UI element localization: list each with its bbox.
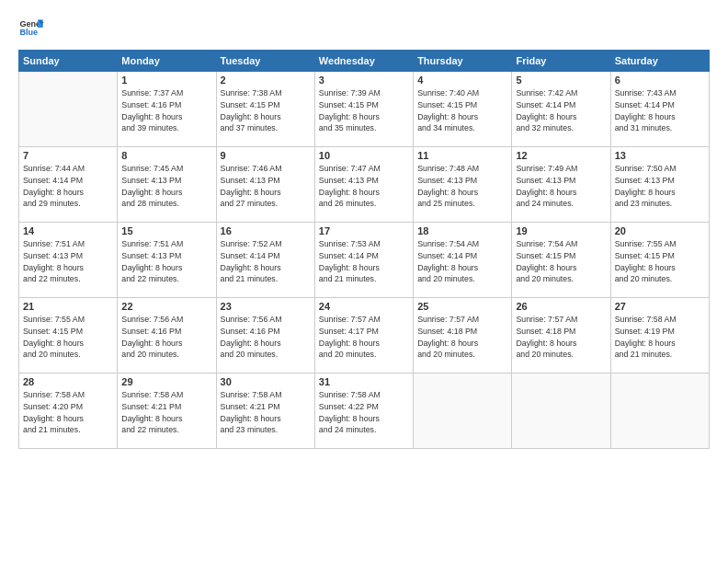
calendar-cell: 17Sunrise: 7:53 AMSunset: 4:14 PMDayligh… <box>314 223 413 298</box>
day-info: Sunrise: 7:49 AMSunset: 4:13 PMDaylight:… <box>516 163 606 210</box>
day-number: 26 <box>516 301 606 312</box>
calendar-week-row: 7Sunrise: 7:44 AMSunset: 4:14 PMDaylight… <box>19 147 710 223</box>
day-info: Sunrise: 7:58 AMSunset: 4:19 PMDaylight:… <box>615 314 705 361</box>
day-number: 22 <box>121 301 211 312</box>
column-header-wednesday: Wednesday <box>314 51 413 72</box>
day-number: 1 <box>121 75 211 86</box>
day-number: 4 <box>417 75 507 86</box>
calendar-cell: 7Sunrise: 7:44 AMSunset: 4:14 PMDaylight… <box>19 147 118 223</box>
header: General Blue <box>18 15 710 40</box>
day-number: 27 <box>615 301 705 312</box>
calendar-cell: 3Sunrise: 7:39 AMSunset: 4:15 PMDaylight… <box>314 72 413 147</box>
day-info: Sunrise: 7:51 AMSunset: 4:13 PMDaylight:… <box>23 238 113 285</box>
day-number: 9 <box>221 150 311 161</box>
day-number: 25 <box>417 301 507 312</box>
calendar-cell: 31Sunrise: 7:58 AMSunset: 4:22 PMDayligh… <box>314 373 413 449</box>
calendar-cell: 25Sunrise: 7:57 AMSunset: 4:18 PMDayligh… <box>414 298 512 373</box>
page: General Blue SundayMondayTuesdayWednesda… <box>0 0 728 563</box>
day-number: 15 <box>121 225 211 236</box>
day-info: Sunrise: 7:57 AMSunset: 4:17 PMDaylight:… <box>319 314 409 361</box>
calendar-cell <box>512 373 610 449</box>
day-info: Sunrise: 7:37 AMSunset: 4:16 PMDaylight:… <box>121 87 211 134</box>
column-header-thursday: Thursday <box>414 51 512 72</box>
calendar-cell: 8Sunrise: 7:45 AMSunset: 4:13 PMDaylight… <box>118 147 216 223</box>
day-info: Sunrise: 7:53 AMSunset: 4:14 PMDaylight:… <box>319 238 409 285</box>
day-info: Sunrise: 7:56 AMSunset: 4:16 PMDaylight:… <box>121 314 211 361</box>
day-info: Sunrise: 7:43 AMSunset: 4:14 PMDaylight:… <box>615 87 705 134</box>
day-number: 31 <box>319 376 409 387</box>
day-number: 28 <box>23 376 113 387</box>
day-number: 17 <box>319 225 409 236</box>
svg-text:Blue: Blue <box>19 28 38 37</box>
calendar-cell: 28Sunrise: 7:58 AMSunset: 4:20 PMDayligh… <box>19 373 118 449</box>
day-number: 21 <box>23 301 113 312</box>
day-info: Sunrise: 7:46 AMSunset: 4:13 PMDaylight:… <box>221 163 311 210</box>
calendar-cell: 24Sunrise: 7:57 AMSunset: 4:17 PMDayligh… <box>314 298 413 373</box>
day-number: 11 <box>417 150 507 161</box>
calendar-cell: 10Sunrise: 7:47 AMSunset: 4:13 PMDayligh… <box>314 147 413 223</box>
day-number: 24 <box>319 301 409 312</box>
day-info: Sunrise: 7:42 AMSunset: 4:14 PMDaylight:… <box>516 87 606 134</box>
day-info: Sunrise: 7:47 AMSunset: 4:13 PMDaylight:… <box>319 163 409 210</box>
day-info: Sunrise: 7:40 AMSunset: 4:15 PMDaylight:… <box>417 87 507 134</box>
calendar-cell: 30Sunrise: 7:58 AMSunset: 4:21 PMDayligh… <box>216 373 314 449</box>
day-info: Sunrise: 7:38 AMSunset: 4:15 PMDaylight:… <box>221 87 311 134</box>
day-number: 8 <box>121 150 211 161</box>
calendar-week-row: 1Sunrise: 7:37 AMSunset: 4:16 PMDaylight… <box>19 72 710 147</box>
day-number: 5 <box>516 75 606 86</box>
day-number: 13 <box>615 150 705 161</box>
calendar-cell <box>19 72 118 147</box>
calendar-cell: 23Sunrise: 7:56 AMSunset: 4:16 PMDayligh… <box>216 298 314 373</box>
calendar-cell: 6Sunrise: 7:43 AMSunset: 4:14 PMDaylight… <box>610 72 709 147</box>
day-number: 16 <box>221 225 311 236</box>
calendar-cell: 20Sunrise: 7:55 AMSunset: 4:15 PMDayligh… <box>610 223 709 298</box>
day-number: 2 <box>221 75 311 86</box>
calendar-week-row: 14Sunrise: 7:51 AMSunset: 4:13 PMDayligh… <box>19 223 710 298</box>
day-number: 29 <box>121 376 211 387</box>
calendar-cell: 4Sunrise: 7:40 AMSunset: 4:15 PMDaylight… <box>414 72 512 147</box>
column-header-sunday: Sunday <box>19 51 118 72</box>
day-info: Sunrise: 7:52 AMSunset: 4:14 PMDaylight:… <box>221 238 311 285</box>
logo-icon: General Blue <box>18 15 44 40</box>
day-info: Sunrise: 7:44 AMSunset: 4:14 PMDaylight:… <box>23 163 113 210</box>
calendar-cell: 27Sunrise: 7:58 AMSunset: 4:19 PMDayligh… <box>610 298 709 373</box>
calendar-week-row: 21Sunrise: 7:55 AMSunset: 4:15 PMDayligh… <box>19 298 710 373</box>
day-number: 18 <box>417 225 507 236</box>
calendar-cell: 14Sunrise: 7:51 AMSunset: 4:13 PMDayligh… <box>19 223 118 298</box>
day-info: Sunrise: 7:45 AMSunset: 4:13 PMDaylight:… <box>121 163 211 210</box>
day-info: Sunrise: 7:54 AMSunset: 4:14 PMDaylight:… <box>417 238 507 285</box>
calendar-cell: 13Sunrise: 7:50 AMSunset: 4:13 PMDayligh… <box>610 147 709 223</box>
calendar-cell: 18Sunrise: 7:54 AMSunset: 4:14 PMDayligh… <box>414 223 512 298</box>
calendar-week-row: 28Sunrise: 7:58 AMSunset: 4:20 PMDayligh… <box>19 373 710 449</box>
day-info: Sunrise: 7:58 AMSunset: 4:20 PMDaylight:… <box>23 389 113 436</box>
day-number: 12 <box>516 150 606 161</box>
day-number: 3 <box>319 75 409 86</box>
calendar-cell: 9Sunrise: 7:46 AMSunset: 4:13 PMDaylight… <box>216 147 314 223</box>
day-info: Sunrise: 7:58 AMSunset: 4:21 PMDaylight:… <box>121 389 211 436</box>
day-info: Sunrise: 7:58 AMSunset: 4:22 PMDaylight:… <box>319 389 409 436</box>
column-header-friday: Friday <box>512 51 610 72</box>
day-info: Sunrise: 7:54 AMSunset: 4:15 PMDaylight:… <box>516 238 606 285</box>
calendar-cell: 26Sunrise: 7:57 AMSunset: 4:18 PMDayligh… <box>512 298 610 373</box>
calendar-cell: 15Sunrise: 7:51 AMSunset: 4:13 PMDayligh… <box>118 223 216 298</box>
calendar-cell: 11Sunrise: 7:48 AMSunset: 4:13 PMDayligh… <box>414 147 512 223</box>
calendar-cell <box>414 373 512 449</box>
day-info: Sunrise: 7:50 AMSunset: 4:13 PMDaylight:… <box>615 163 705 210</box>
day-number: 19 <box>516 225 606 236</box>
calendar-cell: 19Sunrise: 7:54 AMSunset: 4:15 PMDayligh… <box>512 223 610 298</box>
calendar-cell: 16Sunrise: 7:52 AMSunset: 4:14 PMDayligh… <box>216 223 314 298</box>
day-info: Sunrise: 7:58 AMSunset: 4:21 PMDaylight:… <box>221 389 311 436</box>
day-number: 6 <box>615 75 705 86</box>
day-info: Sunrise: 7:55 AMSunset: 4:15 PMDaylight:… <box>615 238 705 285</box>
day-info: Sunrise: 7:48 AMSunset: 4:13 PMDaylight:… <box>417 163 507 210</box>
day-info: Sunrise: 7:57 AMSunset: 4:18 PMDaylight:… <box>417 314 507 361</box>
column-header-monday: Monday <box>118 51 216 72</box>
day-info: Sunrise: 7:51 AMSunset: 4:13 PMDaylight:… <box>121 238 211 285</box>
calendar-header-row: SundayMondayTuesdayWednesdayThursdayFrid… <box>19 51 710 72</box>
column-header-tuesday: Tuesday <box>216 51 314 72</box>
calendar-cell: 12Sunrise: 7:49 AMSunset: 4:13 PMDayligh… <box>512 147 610 223</box>
day-number: 20 <box>615 225 705 236</box>
calendar-cell: 22Sunrise: 7:56 AMSunset: 4:16 PMDayligh… <box>118 298 216 373</box>
day-info: Sunrise: 7:55 AMSunset: 4:15 PMDaylight:… <box>23 314 113 361</box>
calendar-cell: 2Sunrise: 7:38 AMSunset: 4:15 PMDaylight… <box>216 72 314 147</box>
